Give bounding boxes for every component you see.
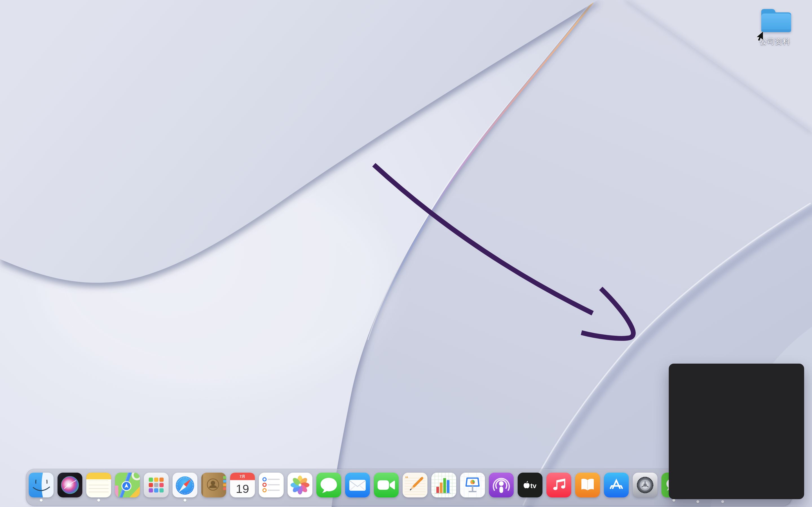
dock-item-messages[interactable] (316, 473, 341, 497)
dock-item-apple-tv[interactable]: tv (518, 473, 543, 497)
dock-item-music[interactable] (546, 473, 571, 497)
dock-item-finder[interactable] (29, 473, 54, 497)
dock-item-books[interactable] (575, 473, 600, 497)
dock-item-system-preferences[interactable] (633, 473, 658, 497)
dock-item-podcasts[interactable] (489, 473, 514, 497)
dock-item-maps[interactable] (115, 473, 140, 497)
contacts-icon (201, 473, 226, 497)
messages-icon (316, 473, 341, 497)
svg-text:tv: tv (530, 482, 537, 490)
dock-item-numbers[interactable] (432, 473, 456, 497)
dock-item-safari[interactable] (172, 473, 197, 497)
running-indicator (721, 500, 724, 503)
folder-label: 公司资料 (754, 37, 796, 47)
notes-icon (86, 473, 111, 497)
dock-item-app-store[interactable] (604, 473, 629, 497)
dock-item-calendar[interactable]: 7月 19 (230, 473, 255, 497)
folder-icon (758, 6, 792, 36)
podcasts-icon (489, 473, 514, 497)
mail-icon (345, 473, 370, 497)
finder-icon (29, 473, 54, 497)
keynote-icon (460, 473, 485, 497)
gear-icon (633, 473, 658, 497)
dock-item-facetime[interactable] (374, 473, 399, 497)
siri-icon (57, 473, 82, 497)
dock-item-contacts[interactable] (201, 473, 226, 497)
dock-item-launchpad[interactable] (144, 473, 168, 497)
overlay-window[interactable] (669, 363, 804, 499)
books-icon (575, 473, 600, 497)
launchpad-icon (144, 473, 168, 497)
desktop[interactable]: { "desktop": { "folder": { "label": "公司资… (0, 0, 812, 507)
dock-item-notes[interactable] (86, 473, 111, 497)
calendar-day-label: 19 (236, 482, 249, 496)
dock-item-photos[interactable] (288, 473, 312, 497)
maps-icon (115, 473, 140, 497)
svg-text:“: “ (405, 474, 408, 482)
dock-item-mail[interactable] (345, 473, 370, 497)
dock-item-reminders[interactable] (259, 473, 284, 497)
desktop-folder-company-files[interactable]: 公司资料 (754, 6, 796, 47)
dock-item-siri[interactable] (57, 473, 82, 497)
music-icon (546, 473, 571, 497)
dock-items: 7月 19 (29, 473, 686, 497)
apple-tv-icon: tv (518, 473, 543, 497)
pages-icon: “ (403, 473, 427, 497)
facetime-icon (374, 473, 399, 497)
numbers-icon (432, 473, 456, 497)
app-store-icon (604, 473, 629, 497)
reminders-icon (259, 473, 284, 497)
dock-item-keynote[interactable] (460, 473, 485, 497)
running-indicator (696, 500, 699, 503)
safari-icon (172, 473, 197, 497)
photos-icon (288, 473, 312, 497)
dock-item-pages[interactable]: “ (403, 473, 427, 497)
calendar-icon: 7月 19 (230, 473, 255, 497)
calendar-month-label: 7月 (240, 474, 246, 478)
